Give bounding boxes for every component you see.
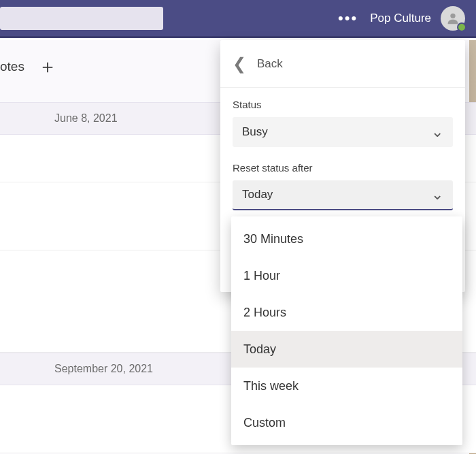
chevron-down-icon: ⌄ [431, 186, 443, 204]
org-name: Pop Culture [370, 12, 431, 25]
notes-header: otes ＋ [0, 49, 57, 84]
top-bar: ••• Pop Culture [0, 0, 476, 38]
chevron-left-icon: ❮ [233, 54, 246, 74]
avatar[interactable] [441, 6, 465, 31]
chevron-down-icon: ⌄ [431, 123, 443, 141]
reset-label: Reset status after [233, 162, 453, 174]
status-value: Busy [242, 125, 268, 139]
more-icon[interactable]: ••• [338, 11, 358, 26]
presence-badge [457, 22, 466, 32]
dropdown-option[interactable]: 1 Hour [231, 257, 462, 294]
svg-point-0 [450, 13, 455, 18]
back-button[interactable]: ❮ Back [220, 40, 465, 88]
dropdown-option[interactable]: 2 Hours [231, 294, 462, 331]
dropdown-option[interactable]: Custom [231, 404, 462, 441]
reset-select[interactable]: Today ⌄ [233, 180, 453, 210]
add-note-button[interactable]: ＋ [38, 54, 57, 80]
search-input[interactable] [0, 7, 163, 30]
back-label: Back [257, 57, 283, 71]
reset-dropdown: 30 Minutes1 Hour2 HoursTodayThis weekCus… [231, 216, 462, 445]
status-label: Status [233, 99, 453, 110]
status-select[interactable]: Busy ⌄ [233, 117, 453, 147]
dropdown-option[interactable]: 30 Minutes [231, 221, 462, 257]
dropdown-option[interactable]: This week [231, 368, 462, 404]
reset-value: Today [242, 188, 273, 201]
dropdown-option[interactable]: Today [231, 331, 462, 368]
notes-title: otes [0, 59, 24, 74]
